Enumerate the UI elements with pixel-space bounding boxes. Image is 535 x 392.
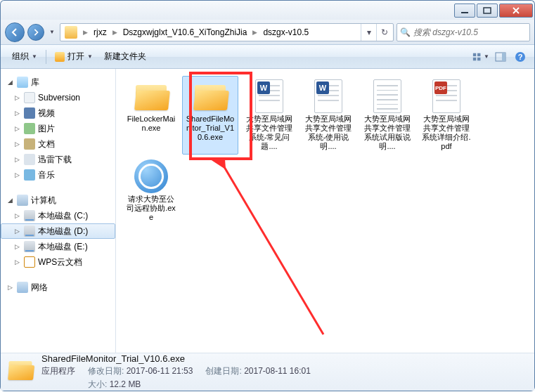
chevron-right-icon[interactable]: ▶ [110,29,120,36]
file-item-label: 请求大势至公司远程协助.exe [125,195,177,222]
tree-music[interactable]: ▷音乐 [1,167,115,183]
file-item-label: 大势至局域网共享文件管理系统-常见问题.... [243,115,295,151]
file-item[interactable]: W大势至局域网共享文件管理系统-使用说明.... [300,76,356,155]
open-button[interactable]: 打开▼ [49,48,98,65]
tree-label: 视频 [38,107,55,119]
chevron-right-icon[interactable]: ▶ [250,29,260,36]
expand-icon[interactable]: ▷ [13,94,21,102]
drive-icon [24,241,35,252]
drive-icon [24,226,35,237]
expand-icon[interactable]: ▷ [13,259,21,266]
expand-icon[interactable]: ▷ [13,228,21,235]
toolbar-separator [46,50,46,64]
open-icon [55,52,65,62]
collapse-icon[interactable]: ◢ [6,197,14,204]
expand-icon[interactable]: ▷ [13,171,21,179]
tree-pictures[interactable]: ▷图片 [1,121,115,136]
file-item-label: 大势至局域网共享文件管理系统-使用说明.... [302,115,354,151]
tree-drive-c[interactable]: ▷本地磁盘 (C:) [1,208,115,223]
svg-rect-1 [484,8,491,13]
folder-icon [65,26,77,39]
breadcrumb-seg-1[interactable]: Dszgxwjglxt_V10.6_XiTongZhiJia [120,26,250,39]
expand-icon[interactable]: ▷ [13,243,21,251]
file-type-icon: PDF [427,79,465,113]
nav-history-dropdown[interactable]: ▼ [47,24,57,41]
search-icon: 🔍 [400,27,411,37]
details-created-value: 2017-08-11 16:01 [244,366,311,376]
tree-drive-d[interactable]: ▷本地磁盘 (D:) [1,223,115,239]
subversion-icon [24,92,35,103]
help-button[interactable]: ? [512,48,529,65]
tree-label: WPS云文档 [38,256,82,268]
tree-label: 库 [31,77,39,89]
tree-label: 迅雷下载 [38,154,72,166]
details-size-label: 大小: [88,379,107,389]
file-item[interactable]: 大势至局域网共享文件管理系统试用版说明.... [359,76,415,155]
file-item[interactable]: SharedFileMonitor_Trial_V10.6.exe [182,76,238,155]
minimize-button[interactable] [454,4,475,18]
new-folder-label: 新建文件夹 [104,51,146,63]
view-options-button[interactable]: ▼ [472,48,489,65]
tree-documents[interactable]: ▷文档 [1,136,115,152]
file-type-icon: W [309,79,347,113]
breadcrumb-seg-2[interactable]: dszgx-v10.5 [260,26,311,39]
expand-icon[interactable]: ▷ [13,212,21,220]
video-icon [24,107,35,119]
expand-icon[interactable]: ▷ [13,156,21,164]
file-item[interactable]: W大势至局域网共享文件管理系统-常见问题.... [241,76,297,155]
svg-rect-3 [477,53,480,55]
search-input[interactable] [413,27,527,37]
collapse-icon[interactable]: ◢ [6,79,14,86]
file-item-label: 大势至局域网共享文件管理系统试用版说明.... [361,115,413,151]
close-button[interactable] [499,4,533,18]
details-created-label: 创建日期: [205,366,241,376]
tree-computer[interactable]: ◢计算机 [1,192,115,208]
nav-forward-button[interactable] [27,24,44,41]
file-list-pane[interactable]: FileLockerMain.exeSharedFileMonitor_Tria… [116,69,534,353]
file-item[interactable]: 请求大势至公司远程协助.exe [123,156,179,226]
file-item[interactable]: FileLockerMain.exe [123,76,179,155]
file-type-icon [191,79,229,113]
tree-subversion[interactable]: ▷Subversion [1,90,115,105]
nav-back-button[interactable] [5,22,25,42]
details-filename: SharedFileMonitor_Trial_V10.6.exe [41,353,323,364]
computer-icon [17,195,28,206]
details-size-value: 12.2 MB [110,379,141,389]
tree-library[interactable]: ◢库 [1,74,115,90]
search-box[interactable]: 🔍 [397,23,530,41]
tree-label: Subversion [38,93,80,103]
details-modified-value: 2017-06-11 21:53 [127,366,193,376]
tree-wps[interactable]: ▷WPS云文档 [1,254,115,270]
file-item-label: FileLockerMain.exe [125,115,177,133]
svg-rect-2 [473,53,476,55]
tree-network[interactable]: ▷网络 [1,280,115,295]
tree-label: 文档 [38,138,55,150]
details-pane: SharedFileMonitor_Trial_V10.6.exe 应用程序 修… [1,353,534,391]
file-item[interactable]: PDF大势至局域网共享文件管理系统详细介绍.pdf [418,76,475,155]
expand-icon[interactable]: ▷ [13,141,21,148]
expand-icon[interactable]: ▷ [13,125,21,133]
download-icon [24,154,35,165]
organize-button[interactable]: 组织▼ [6,48,43,65]
tree-xunlei[interactable]: ▷迅雷下载 [1,152,115,167]
navigation-pane[interactable]: ◢库 ▷Subversion ▷视频 ▷图片 ▷文档 ▷迅雷下载 ▷音乐 ◢计算… [1,69,116,353]
preview-pane-button[interactable] [492,48,509,65]
chevron-right-icon[interactable]: ▶ [80,29,91,36]
refresh-button[interactable]: ↻ [376,24,392,41]
drive-icon [24,210,35,221]
tree-label: 图片 [38,123,55,135]
breadcrumb-seg-0[interactable]: rjxz [91,26,110,39]
tree-label: 网络 [31,282,48,294]
breadcrumb-dropdown-button[interactable]: ▾ [361,24,376,41]
expand-icon[interactable]: ▷ [13,110,21,117]
tree-drive-e[interactable]: ▷本地磁盘 (E:) [1,239,115,254]
tree-videos[interactable]: ▷视频 [1,105,115,121]
new-folder-button[interactable]: 新建文件夹 [98,48,152,65]
organize-label: 组织 [12,51,29,63]
window-titlebar [0,0,535,20]
maximize-button[interactable] [477,4,498,18]
expand-icon[interactable]: ▷ [6,284,14,292]
file-item-label: 大势至局域网共享文件管理系统详细介绍.pdf [420,115,472,151]
breadcrumb[interactable]: ▶ rjxz ▶ Dszgxwjglxt_V10.6_XiTongZhiJia … [60,23,394,41]
cloud-icon [24,256,35,268]
